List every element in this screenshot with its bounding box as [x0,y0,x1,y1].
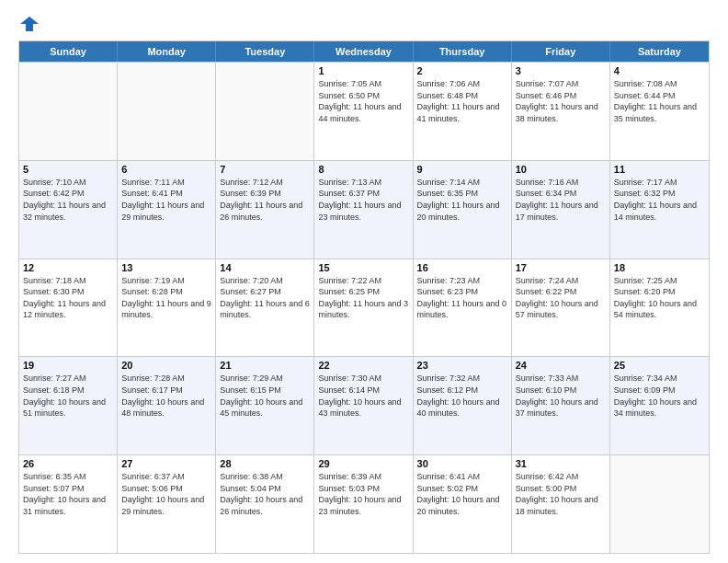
header [18,15,710,31]
calendar-cell-20: 20Sunrise: 7:28 AM Sunset: 6:17 PM Dayli… [118,357,216,454]
calendar-cell-6: 6Sunrise: 7:11 AM Sunset: 6:41 PM Daylig… [118,161,216,259]
cell-day-number: 15 [318,262,408,273]
weekday-header-thursday: Thursday [414,41,512,62]
cell-info-text: Sunrise: 7:06 AM Sunset: 6:48 PM Dayligh… [417,78,507,124]
cell-info-text: Sunrise: 7:33 AM Sunset: 6:10 PM Dayligh… [516,373,606,419]
calendar-cell-30: 30Sunrise: 6:41 AM Sunset: 5:02 PM Dayli… [414,455,512,553]
calendar-page: SundayMondayTuesdayWednesdayThursdayFrid… [0,0,728,563]
calendar-cell-26: 26Sunrise: 6:35 AM Sunset: 5:07 PM Dayli… [19,455,118,553]
calendar-cell-empty-0-2 [216,63,314,160]
cell-day-number: 7 [220,164,310,175]
cell-day-number: 31 [516,458,606,469]
cell-info-text: Sunrise: 7:30 AM Sunset: 6:14 PM Dayligh… [318,373,408,419]
cell-info-text: Sunrise: 7:17 AM Sunset: 6:32 PM Dayligh… [614,177,705,223]
calendar-cell-28: 28Sunrise: 6:38 AM Sunset: 5:04 PM Dayli… [216,455,314,553]
calendar-cell-21: 21Sunrise: 7:29 AM Sunset: 6:15 PM Dayli… [216,357,314,454]
cell-info-text: Sunrise: 7:29 AM Sunset: 6:15 PM Dayligh… [220,373,310,419]
weekday-header-tuesday: Tuesday [216,41,314,62]
cell-info-text: Sunrise: 7:08 AM Sunset: 6:44 PM Dayligh… [614,78,705,124]
cell-info-text: Sunrise: 7:34 AM Sunset: 6:09 PM Dayligh… [614,373,705,419]
calendar-row-0: 1Sunrise: 7:05 AM Sunset: 6:50 PM Daylig… [19,62,709,160]
cell-info-text: Sunrise: 7:32 AM Sunset: 6:12 PM Dayligh… [417,373,507,419]
cell-info-text: Sunrise: 7:24 AM Sunset: 6:22 PM Dayligh… [516,275,606,321]
cell-day-number: 19 [23,360,113,371]
calendar-cell-empty-0-1 [118,63,216,160]
calendar-cell-29: 29Sunrise: 6:39 AM Sunset: 5:03 PM Dayli… [314,455,413,553]
cell-day-number: 4 [614,65,705,76]
cell-info-text: Sunrise: 7:28 AM Sunset: 6:17 PM Dayligh… [121,373,211,419]
cell-day-number: 22 [318,360,408,371]
cell-info-text: Sunrise: 7:23 AM Sunset: 6:23 PM Dayligh… [417,275,507,321]
cell-day-number: 2 [417,65,507,76]
cell-info-text: Sunrise: 7:25 AM Sunset: 6:20 PM Dayligh… [614,275,705,321]
logo-bird-icon [20,15,39,33]
calendar-cell-19: 19Sunrise: 7:27 AM Sunset: 6:18 PM Dayli… [19,357,118,454]
cell-day-number: 23 [417,360,507,371]
cell-day-number: 12 [23,262,113,273]
calendar-cell-8: 8Sunrise: 7:13 AM Sunset: 6:37 PM Daylig… [314,161,413,259]
calendar-row-2: 12Sunrise: 7:18 AM Sunset: 6:30 PM Dayli… [19,259,709,357]
cell-info-text: Sunrise: 7:10 AM Sunset: 6:42 PM Dayligh… [23,177,113,223]
cell-day-number: 20 [121,360,211,371]
cell-day-number: 1 [318,65,408,76]
cell-day-number: 18 [614,262,705,273]
cell-day-number: 29 [318,458,408,469]
calendar-cell-22: 22Sunrise: 7:30 AM Sunset: 6:14 PM Dayli… [314,357,413,454]
calendar-cell-16: 16Sunrise: 7:23 AM Sunset: 6:23 PM Dayli… [414,259,512,357]
cell-info-text: Sunrise: 7:18 AM Sunset: 6:30 PM Dayligh… [23,275,113,321]
calendar-cell-empty-0-0 [19,63,118,160]
cell-info-text: Sunrise: 7:13 AM Sunset: 6:37 PM Dayligh… [318,177,408,223]
cell-day-number: 17 [516,262,606,273]
cell-info-text: Sunrise: 6:35 AM Sunset: 5:07 PM Dayligh… [23,471,113,517]
cell-day-number: 11 [614,164,705,175]
calendar-cell-14: 14Sunrise: 7:20 AM Sunset: 6:27 PM Dayli… [216,259,314,357]
cell-day-number: 14 [220,262,310,273]
calendar-cell-empty-4-6 [610,455,709,553]
svg-marker-0 [20,17,39,31]
calendar-cell-1: 1Sunrise: 7:05 AM Sunset: 6:50 PM Daylig… [314,63,413,160]
cell-info-text: Sunrise: 7:05 AM Sunset: 6:50 PM Dayligh… [318,78,408,124]
cell-info-text: Sunrise: 6:42 AM Sunset: 5:00 PM Dayligh… [516,471,606,517]
cell-info-text: Sunrise: 6:37 AM Sunset: 5:06 PM Dayligh… [121,471,211,517]
weekday-header-monday: Monday [118,41,216,62]
calendar-cell-13: 13Sunrise: 7:19 AM Sunset: 6:28 PM Dayli… [118,259,216,357]
cell-day-number: 6 [121,164,211,175]
calendar-row-3: 19Sunrise: 7:27 AM Sunset: 6:18 PM Dayli… [19,356,709,454]
cell-info-text: Sunrise: 7:14 AM Sunset: 6:35 PM Dayligh… [417,177,507,223]
cell-day-number: 28 [220,458,310,469]
cell-day-number: 5 [23,164,113,175]
logo [18,15,39,31]
cell-info-text: Sunrise: 7:19 AM Sunset: 6:28 PM Dayligh… [121,275,211,321]
calendar-header: SundayMondayTuesdayWednesdayThursdayFrid… [19,41,709,62]
calendar-cell-15: 15Sunrise: 7:22 AM Sunset: 6:25 PM Dayli… [314,259,413,357]
weekday-header-sunday: Sunday [19,41,118,62]
calendar-cell-31: 31Sunrise: 6:42 AM Sunset: 5:00 PM Dayli… [512,455,610,553]
cell-info-text: Sunrise: 7:20 AM Sunset: 6:27 PM Dayligh… [220,275,310,321]
calendar-cell-4: 4Sunrise: 7:08 AM Sunset: 6:44 PM Daylig… [610,63,709,160]
calendar-cell-7: 7Sunrise: 7:12 AM Sunset: 6:39 PM Daylig… [216,161,314,259]
cell-day-number: 10 [516,164,606,175]
calendar-cell-12: 12Sunrise: 7:18 AM Sunset: 6:30 PM Dayli… [19,259,118,357]
cell-info-text: Sunrise: 7:16 AM Sunset: 6:34 PM Dayligh… [516,177,606,223]
cell-day-number: 13 [121,262,211,273]
calendar-cell-3: 3Sunrise: 7:07 AM Sunset: 6:46 PM Daylig… [512,63,610,160]
cell-day-number: 26 [23,458,113,469]
calendar-cell-9: 9Sunrise: 7:14 AM Sunset: 6:35 PM Daylig… [414,161,512,259]
calendar-cell-24: 24Sunrise: 7:33 AM Sunset: 6:10 PM Dayli… [512,357,610,454]
weekday-header-wednesday: Wednesday [314,41,413,62]
cell-info-text: Sunrise: 7:07 AM Sunset: 6:46 PM Dayligh… [516,78,606,124]
cell-info-text: Sunrise: 6:41 AM Sunset: 5:02 PM Dayligh… [417,471,507,517]
calendar-cell-23: 23Sunrise: 7:32 AM Sunset: 6:12 PM Dayli… [414,357,512,454]
cell-day-number: 16 [417,262,507,273]
calendar-cell-10: 10Sunrise: 7:16 AM Sunset: 6:34 PM Dayli… [512,161,610,259]
weekday-header-friday: Friday [512,41,610,62]
cell-day-number: 24 [516,360,606,371]
calendar-cell-17: 17Sunrise: 7:24 AM Sunset: 6:22 PM Dayli… [512,259,610,357]
cell-info-text: Sunrise: 6:38 AM Sunset: 5:04 PM Dayligh… [220,471,310,517]
calendar: SundayMondayTuesdayWednesdayThursdayFrid… [18,40,710,554]
cell-day-number: 30 [417,458,507,469]
cell-day-number: 3 [516,65,606,76]
calendar-body: 1Sunrise: 7:05 AM Sunset: 6:50 PM Daylig… [19,62,709,553]
cell-info-text: Sunrise: 7:27 AM Sunset: 6:18 PM Dayligh… [23,373,113,419]
cell-day-number: 9 [417,164,507,175]
